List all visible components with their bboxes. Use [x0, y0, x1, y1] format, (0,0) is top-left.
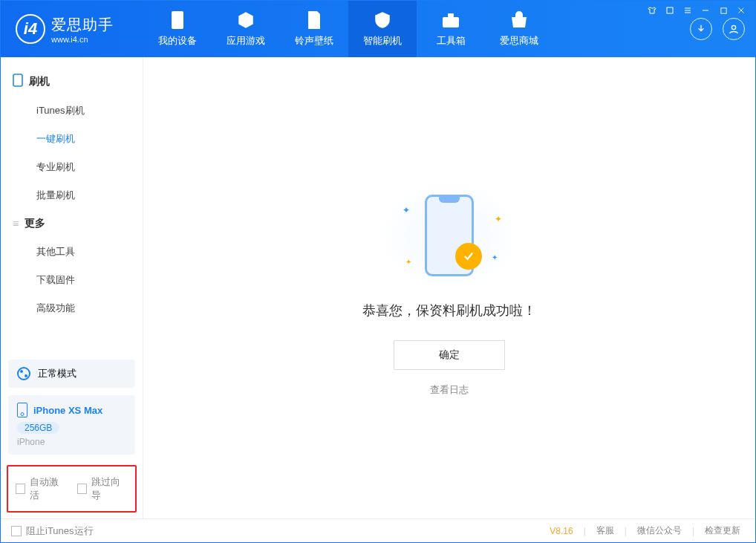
device-box[interactable]: iPhone XS Max 256GB iPhone	[8, 395, 135, 455]
highlighted-options: 自动激活 跳过向导	[7, 465, 137, 513]
sidebar: 刷机 iTunes刷机 一键刷机 专业刷机 批量刷机 ≡ 更多 其他工具 下载固…	[1, 57, 143, 518]
body: 刷机 iTunes刷机 一键刷机 专业刷机 批量刷机 ≡ 更多 其他工具 下载固…	[1, 57, 755, 518]
sidebar-item-oneclick-flash[interactable]: 一键刷机	[1, 125, 143, 153]
tab-apps-games[interactable]: 应用游戏	[212, 1, 280, 57]
tab-label: 我的设备	[158, 34, 197, 48]
toolbox-icon	[441, 10, 460, 30]
minimize-button[interactable]	[700, 5, 711, 16]
menu-icon[interactable]	[682, 5, 693, 16]
svg-rect-2	[172, 11, 183, 29]
store-icon	[509, 10, 529, 30]
tab-flash[interactable]: 智能刷机	[348, 1, 417, 57]
result-title: 恭喜您，保资料刷机成功啦！	[362, 302, 536, 319]
app-name: 爱思助手	[51, 15, 114, 35]
tab-ringtones[interactable]: 铃声壁纸	[280, 1, 348, 57]
svg-rect-3	[443, 17, 459, 27]
view-log-link[interactable]: 查看日志	[430, 383, 469, 397]
tab-label: 工具箱	[437, 34, 466, 48]
account-button[interactable]	[723, 18, 745, 40]
phone-illustration	[425, 195, 474, 276]
sparkle-icon: ✦	[495, 214, 502, 224]
link-check-update[interactable]: 检查更新	[700, 524, 745, 537]
refresh-shield-icon	[373, 10, 392, 30]
sparkle-icon: ✦	[492, 253, 498, 261]
cube-icon	[236, 10, 255, 30]
device-type: iPhone	[17, 437, 45, 447]
tab-label: 智能刷机	[363, 34, 402, 48]
tab-label: 爱思商城	[500, 34, 538, 48]
section-title: 更多	[25, 217, 45, 230]
svg-rect-1	[720, 7, 726, 13]
sidebar-item-other-tools[interactable]: 其他工具	[1, 238, 143, 266]
device-capacity: 256GB	[17, 422, 59, 434]
music-file-icon	[304, 10, 324, 30]
version-label: V8.16	[550, 526, 573, 536]
tab-label: 铃声壁纸	[295, 34, 333, 48]
tab-label: 应用游戏	[227, 34, 265, 48]
main-tabs: 我的设备 应用游戏 铃声壁纸 智能刷机 工具箱 爱思商城	[143, 1, 553, 57]
maximize-button[interactable]	[718, 5, 729, 16]
checkbox-auto-activate[interactable]: 自动激活	[16, 475, 67, 502]
link-wechat[interactable]: 微信公众号	[633, 524, 686, 537]
tab-store[interactable]: 爱思商城	[485, 1, 553, 57]
confirm-button[interactable]: 确定	[394, 340, 505, 370]
sidebar-item-itunes-flash[interactable]: iTunes刷机	[1, 97, 143, 125]
success-illustration: ✦ ✦ ✦ ✦	[379, 180, 520, 291]
phone-icon	[13, 74, 23, 89]
sidebar-section-flash: 刷机	[1, 66, 143, 97]
shirt-icon[interactable]	[647, 5, 657, 16]
sparkle-icon: ✦	[405, 258, 411, 266]
close-button[interactable]	[736, 5, 746, 16]
sidebar-item-download-firmware[interactable]: 下载固件	[1, 266, 143, 294]
settings-icon[interactable]	[665, 5, 675, 16]
section-title: 刷机	[29, 75, 50, 88]
checkbox-label: 自动激活	[30, 475, 66, 502]
mode-label: 正常模式	[38, 367, 76, 380]
svg-point-5	[731, 25, 735, 29]
svg-rect-6	[13, 74, 22, 86]
sidebar-item-advanced[interactable]: 高级功能	[1, 294, 143, 322]
mode-box[interactable]: 正常模式	[8, 360, 135, 388]
download-button[interactable]	[690, 18, 712, 40]
status-bar: 阻止iTunes运行 V8.16 | 客服 | 微信公众号 | 检查更新	[1, 518, 755, 542]
logo: i4 爱思助手 www.i4.cn	[1, 14, 143, 44]
checkbox-skip-guide[interactable]: 跳过向导	[77, 475, 128, 502]
list-icon: ≡	[13, 218, 19, 230]
sidebar-section-more: ≡ 更多	[1, 209, 143, 238]
svg-rect-0	[667, 7, 673, 13]
app-window: i4 爱思助手 www.i4.cn 我的设备 应用游戏 铃声壁纸 智能刷机	[0, 0, 756, 543]
header-right	[690, 18, 755, 40]
device-icon	[168, 10, 187, 30]
sidebar-item-pro-flash[interactable]: 专业刷机	[1, 153, 143, 181]
sidebar-item-batch-flash[interactable]: 批量刷机	[1, 181, 143, 209]
checkbox-label: 阻止iTunes运行	[26, 524, 94, 538]
logo-icon: i4	[16, 14, 45, 44]
checkbox-block-itunes[interactable]: 阻止iTunes运行	[11, 524, 94, 538]
header: i4 爱思助手 www.i4.cn 我的设备 应用游戏 铃声壁纸 智能刷机	[1, 1, 755, 57]
mode-icon	[17, 367, 30, 380]
link-support[interactable]: 客服	[592, 524, 619, 537]
svg-rect-4	[448, 13, 454, 17]
check-badge-icon	[455, 243, 482, 270]
app-url: www.i4.cn	[51, 35, 114, 44]
phone-icon	[17, 403, 27, 417]
result-panel: ✦ ✦ ✦ ✦ 恭喜您，保资料刷机成功啦！ 确定 查看日志	[362, 180, 536, 397]
window-controls	[647, 5, 746, 16]
device-name: iPhone XS Max	[33, 405, 102, 416]
sparkle-icon: ✦	[403, 205, 410, 215]
main-content: ✦ ✦ ✦ ✦ 恭喜您，保资料刷机成功啦！ 确定 查看日志	[143, 57, 755, 518]
tab-my-device[interactable]: 我的设备	[143, 1, 212, 57]
checkbox-label: 跳过向导	[91, 475, 128, 502]
tab-toolbox[interactable]: 工具箱	[417, 1, 485, 57]
